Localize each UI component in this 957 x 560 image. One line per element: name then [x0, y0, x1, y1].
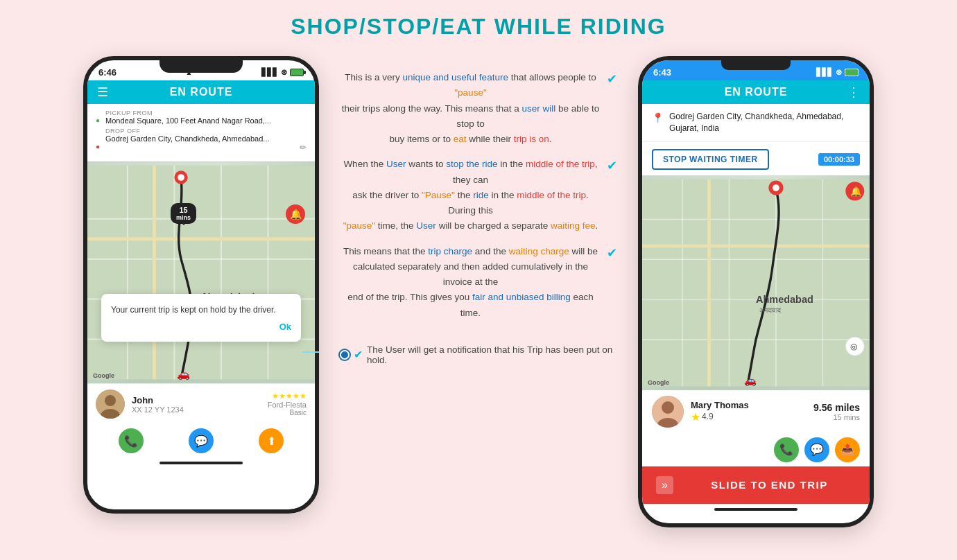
- notification-section: ✔ The User will get a notification that …: [340, 344, 617, 365]
- svg-text:🚗: 🚗: [177, 367, 191, 380]
- left-chat-button[interactable]: 💬: [189, 428, 214, 453]
- slide-text: SLIDE TO END TRIP: [683, 479, 856, 491]
- miles-text: 9.56 miles: [813, 402, 860, 413]
- para2-pause: "Pause": [422, 190, 455, 200]
- para1-trip: trip is on: [514, 134, 549, 144]
- mins-label: mins: [176, 214, 191, 221]
- left-driver-avatar: [96, 390, 125, 419]
- para3-waiting: waiting charge: [509, 246, 569, 256]
- page-title: SHOP/STOP/EAT WHILE RIDING: [291, 14, 666, 40]
- para2-middle: middle of the trip: [526, 159, 595, 169]
- left-action-buttons-bar: 📞 💬 ⬆: [87, 424, 315, 457]
- para2-start: When the: [343, 159, 386, 169]
- para2-middle3: middle of the trip: [517, 190, 586, 200]
- check-icon-notification: ✔: [354, 348, 363, 361]
- check-icon-3: ✔: [607, 245, 617, 261]
- svg-text:🔔: 🔔: [850, 185, 862, 197]
- signal-icon: ▋▋▋: [261, 68, 278, 77]
- right-phone: 6:43 ▋▋▋ ⊛ EN ROUTE ⋮ 📍 Godrej Garden Ci…: [638, 56, 874, 527]
- para2-time: time, the: [375, 220, 416, 231]
- right-header-title: EN ROUTE: [725, 86, 788, 98]
- left-map: 🚗 Ahmedabad અમદાવાદ 15 mins 🔔 Your curre…: [87, 161, 315, 383]
- notification-that: that his: [492, 344, 527, 355]
- wifi-icon: ⊛: [281, 68, 287, 77]
- right-signal-icon: ▋▋▋: [816, 68, 833, 77]
- para3-and: and the: [472, 246, 509, 256]
- left-phone: 6:46 ▲ ▋▋▋ ⊛ ☰ EN ROUTE ● PICKUP FROM Mo…: [83, 56, 319, 514]
- arrow-1: »: [662, 479, 668, 491]
- para1-text: This is a very unique and useful feature…: [340, 70, 601, 147]
- left-home-indicator: [160, 462, 243, 464]
- alert-popup: Your current trip is kept on hold by the…: [101, 294, 301, 342]
- pickup-address: Mondeal Square, 100 Feet Anand Nagar Roa…: [105, 116, 271, 125]
- svg-point-12: [178, 174, 184, 181]
- slide-to-end-button[interactable]: » SLIDE TO END TRIP: [642, 466, 870, 504]
- pickup-row: ● PICKUP FROM Mondeal Square, 100 Feet A…: [96, 110, 307, 125]
- notification-notif: notification: [447, 344, 492, 355]
- para2-user2: User: [416, 220, 436, 231]
- para3-text: This means that the trip charge and the …: [340, 244, 601, 321]
- left-driver-plate: XX 12 YY 1234: [132, 405, 261, 414]
- right-driver-rating: ★ 4.9: [691, 410, 807, 423]
- left-google-watermark: Google: [93, 372, 114, 379]
- right-driver-bar: Mary Thomas ★ 4.9 9.56 miles 15 mins: [642, 390, 870, 433]
- right-mins-text: 15 mins: [813, 413, 860, 421]
- slide-arrows-icon: »: [656, 476, 673, 494]
- notification-period: .: [385, 355, 388, 365]
- hamburger-menu-icon[interactable]: ☰: [97, 85, 108, 100]
- para2-pause2: "pause": [343, 220, 375, 231]
- alert-text: Your current trip is kept on hold by the…: [111, 304, 291, 316]
- svg-text:अमदावाद: अमदावाद: [759, 306, 782, 314]
- notification-text: The User will get a notification that hi…: [367, 344, 617, 365]
- right-app-header: EN ROUTE ⋮: [642, 80, 870, 104]
- right-chat-button[interactable]: 💬: [804, 437, 829, 462]
- para3-section: This means that the trip charge and the …: [340, 244, 617, 321]
- right-share-button[interactable]: 📤: [835, 437, 860, 462]
- pickup-dot: ●: [96, 116, 100, 124]
- para2-charged: will be charged a separate: [436, 220, 551, 231]
- connector-line-2: [302, 351, 319, 353]
- para3-text-area: This means that the trip charge and the …: [340, 244, 601, 321]
- right-battery-icon: [845, 69, 859, 76]
- dropoff-info: DROP OFF Godrej Garden City, Chandkheda,…: [105, 128, 294, 143]
- para2-fee: waiting fee: [551, 220, 596, 231]
- para2-section: When the User wants to stop the ride in …: [340, 157, 617, 234]
- notification-user: The User will: [367, 344, 421, 355]
- alert-pin: 🔔: [286, 204, 305, 224]
- pickup-label: PICKUP FROM: [105, 110, 271, 116]
- right-home-indicator: [714, 508, 798, 511]
- left-map-route: 🚗 Ahmedabad અમદાવાદ: [87, 161, 315, 383]
- check-icon-1: ✔: [607, 71, 617, 87]
- right-phone-button[interactable]: 📞: [774, 437, 799, 462]
- para1-rest3: while their: [467, 134, 514, 144]
- right-driver-name: Mary Thomas: [691, 400, 807, 410]
- right-action-buttons-bar: 📞 💬 📤: [642, 433, 870, 466]
- right-driver-avatar: [652, 396, 684, 428]
- para2-text-area: When the User wants to stop the ride in …: [340, 157, 601, 234]
- left-status-icons: ▋▋▋ ⊛: [261, 68, 304, 77]
- notification-get: get a: [421, 344, 447, 355]
- left-phone-button[interactable]: 📞: [119, 428, 144, 453]
- para3-trip: trip charge: [428, 246, 472, 256]
- para2-stop: stop the ride: [446, 159, 497, 169]
- timer-badge: 00:00:33: [818, 153, 860, 166]
- stop-waiting-button[interactable]: STOP WAITING TIMER: [652, 149, 769, 170]
- left-driver-name: John: [132, 395, 261, 405]
- svg-point-40: [662, 401, 674, 414]
- alert-ok-button[interactable]: Ok: [111, 322, 291, 332]
- edit-icon[interactable]: ✏: [300, 143, 307, 152]
- right-map: 🚗 Ahmedabad अमदावाद 🔔 ◎ Google: [642, 175, 870, 390]
- rating-star: ★: [691, 410, 700, 423]
- left-share-button[interactable]: ⬆: [259, 428, 284, 453]
- mins-bubble: 15 mins: [171, 203, 196, 224]
- middle-content: This is a very unique and useful feature…: [319, 56, 638, 379]
- left-driver-stars: ★★★★★: [268, 392, 307, 401]
- left-header-title: EN ROUTE: [170, 86, 233, 98]
- mins-value: 15: [176, 206, 191, 214]
- more-options-icon[interactable]: ⋮: [847, 85, 860, 100]
- svg-rect-19: [642, 179, 870, 386]
- para1-prefix: This is a very: [345, 72, 402, 82]
- dropoff-address: Godrej Garden City, Chandkheda, Ahmedaba…: [105, 134, 294, 143]
- para2-wants: wants to: [406, 159, 446, 169]
- dropoff-row: ● DROP OFF Godrej Garden City, Chandkhed…: [96, 128, 307, 152]
